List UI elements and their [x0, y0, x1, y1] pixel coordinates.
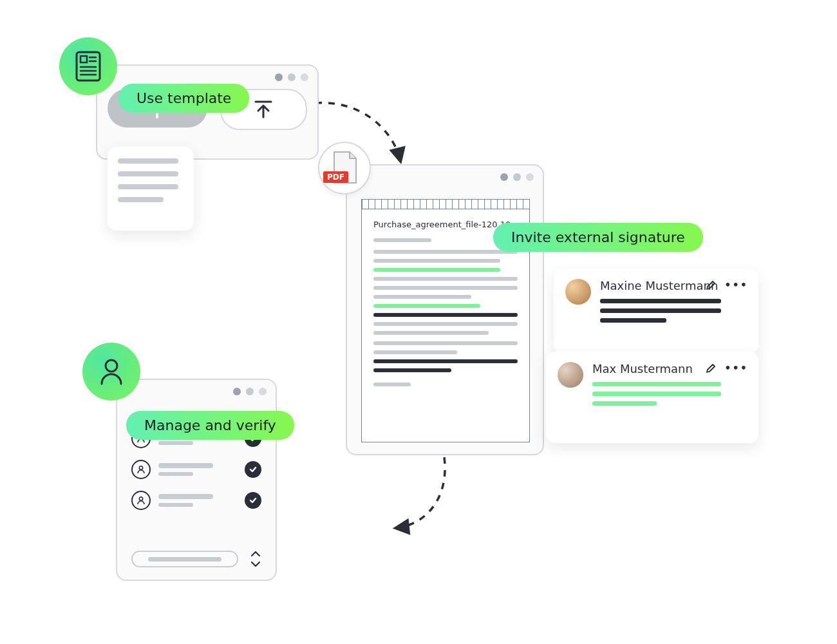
person-icon [131, 460, 151, 479]
check-icon [245, 461, 261, 478]
window-dot [513, 173, 521, 181]
window-dot [275, 73, 283, 81]
window-dot [233, 388, 241, 395]
signer-name: Max Mustermann [592, 362, 721, 375]
window-dot [500, 173, 508, 181]
avatar [565, 279, 591, 305]
invite-signature-label: Invite external signature [493, 223, 703, 252]
chevron-down-icon[interactable] [250, 560, 261, 568]
signer-card[interactable]: Maxine Mustermann ••• [554, 269, 758, 354]
verify-footer-pill [131, 551, 238, 567]
more-icon[interactable]: ••• [724, 279, 748, 291]
use-template-label: Use template [118, 84, 249, 113]
window-dot [259, 388, 267, 395]
window-dot [301, 73, 308, 81]
svg-point-5 [106, 360, 117, 372]
verify-badge [82, 343, 140, 401]
verify-panel [116, 379, 277, 581]
window-dot [246, 388, 254, 395]
svg-point-3 [139, 466, 142, 469]
window-dot [288, 73, 296, 81]
template-preview-card [108, 147, 194, 231]
pdf-label: PDF [323, 171, 348, 183]
person-icon [98, 357, 125, 386]
signer-name: Maxine Mustermann [600, 279, 721, 292]
chevron-up-icon[interactable] [250, 550, 261, 558]
window-controls [117, 380, 276, 403]
document-panel: Purchase_agreement_file-120.10 [346, 164, 544, 455]
upload-icon [252, 98, 275, 121]
more-icon[interactable]: ••• [724, 362, 748, 374]
window-dot [526, 173, 534, 181]
template-badge [59, 37, 117, 95]
avatar [558, 362, 583, 388]
document-icon [75, 50, 102, 82]
window-controls [347, 166, 543, 189]
signer-card[interactable]: Max Mustermann ••• [546, 352, 758, 443]
verify-row [131, 460, 261, 479]
ruler [362, 200, 529, 209]
svg-rect-1 [80, 56, 87, 62]
manage-verify-label: Manage and verify [126, 411, 294, 440]
pdf-badge: PDF [318, 142, 371, 194]
person-icon [131, 491, 151, 510]
check-icon [245, 492, 261, 509]
svg-point-4 [139, 497, 142, 500]
edit-icon[interactable] [705, 363, 717, 374]
edit-icon[interactable] [705, 279, 717, 291]
verify-row [131, 491, 261, 510]
